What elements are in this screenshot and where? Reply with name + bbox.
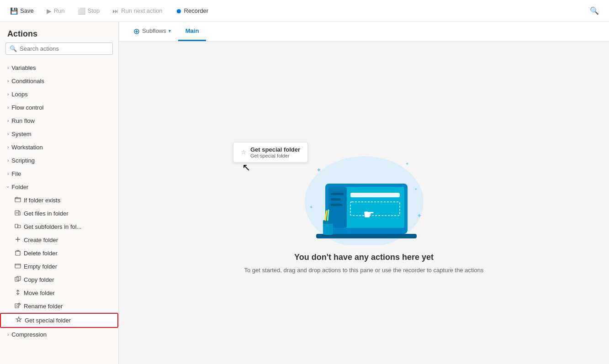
sidebar-label-run-flow: Run flow xyxy=(11,117,35,124)
sidebar-label-system: System xyxy=(11,131,31,137)
save-button[interactable]: 💾 Save xyxy=(5,5,38,17)
svg-text:✦: ✦ xyxy=(316,166,322,174)
chevron-file-icon: › xyxy=(7,171,9,176)
sidebar-item-flow-control[interactable]: › Flow control xyxy=(0,101,118,114)
sidebar-item-conditionals[interactable]: › Conditionals xyxy=(0,74,118,88)
sidebar-child-get-subfolders[interactable]: Get subfolders in fol... xyxy=(0,220,118,233)
stop-icon: ⬜ xyxy=(78,7,85,15)
empty-state-description: To get started, drag and drop actions to… xyxy=(244,266,484,275)
run-next-label: Run next action xyxy=(121,7,162,14)
sidebar-child-get-special-folder[interactable]: Get special folder xyxy=(0,313,118,328)
svg-rect-21 xyxy=(331,193,344,195)
chevron-workstation-icon: › xyxy=(7,145,9,150)
save-icon: 💾 xyxy=(10,7,18,15)
sidebar-item-run-flow[interactable]: › Run flow xyxy=(0,114,118,127)
sidebar-label-conditionals: Conditionals xyxy=(11,78,44,84)
canvas: ☆ Get special folder Get special folder … xyxy=(119,42,609,364)
svg-rect-29 xyxy=(323,220,333,224)
sidebar-child-label-delete-folder: Delete folder xyxy=(24,250,58,257)
sidebar-title: Actions xyxy=(0,22,118,42)
sidebar-label-compression: Compression xyxy=(11,331,47,338)
run-next-button[interactable]: ⏭ Run next action xyxy=(108,5,167,17)
svg-text:✦: ✦ xyxy=(405,161,409,166)
sidebar-child-empty-folder[interactable]: Empty folder xyxy=(0,260,118,273)
empty-state-illustration: ✦ ✦ ✦ ✦ ✦ xyxy=(296,149,433,245)
sidebar-child-label-copy-folder: Copy folder xyxy=(24,276,54,283)
sidebar-child-label-get-subfolders: Get subfolders in fol... xyxy=(24,223,81,230)
sidebar-item-variables[interactable]: › Variables xyxy=(0,61,118,74)
sidebar-child-rename-folder[interactable]: Rename folder xyxy=(0,300,118,313)
recorder-label: Recorder xyxy=(184,7,208,14)
sidebar-child-label-move-folder: Move folder xyxy=(24,290,55,296)
svg-line-31 xyxy=(328,210,328,220)
svg-text:✦: ✦ xyxy=(309,205,313,210)
sidebar-child-create-folder[interactable]: Create folder xyxy=(0,233,118,247)
folder-children: If folder exists Get files in folder Get… xyxy=(0,194,118,328)
svg-text:☛: ☛ xyxy=(363,207,375,222)
chevron-variables-icon: › xyxy=(7,65,9,70)
chevron-loops-icon: › xyxy=(7,92,9,97)
sidebar-child-label-rename-folder: Rename folder xyxy=(24,303,63,310)
search-input[interactable] xyxy=(20,45,109,52)
svg-rect-23 xyxy=(331,204,342,206)
sidebar-child-copy-folder[interactable]: Copy folder xyxy=(0,273,118,286)
delete-folder-icon xyxy=(15,249,21,257)
search-box: 🔍 xyxy=(5,42,113,55)
sidebar-child-delete-folder[interactable]: Delete folder xyxy=(0,247,118,260)
run-icon: ▶ xyxy=(47,7,52,15)
svg-text:✦: ✦ xyxy=(417,212,422,219)
sidebar-child-label-get-files: Get files in folder xyxy=(24,210,69,217)
sidebar-list: › Variables › Conditionals › Loops › Flo… xyxy=(0,59,118,364)
sidebar-child-label-create-folder: Create folder xyxy=(24,237,58,243)
sidebar-child-get-files-in-folder[interactable]: Get files in folder xyxy=(0,207,118,220)
sidebar-item-loops[interactable]: › Loops xyxy=(0,88,118,101)
tab-main-label: Main xyxy=(185,27,199,34)
copy-folder-icon xyxy=(15,276,21,284)
sidebar-child-if-folder-exists[interactable]: If folder exists xyxy=(0,194,118,207)
sidebar-item-system[interactable]: › System xyxy=(0,127,118,141)
tab-subflows[interactable]: Subflows ▾ xyxy=(126,22,178,42)
run-next-icon: ⏭ xyxy=(112,7,119,15)
svg-rect-2 xyxy=(15,224,18,228)
create-folder-icon xyxy=(15,236,21,244)
empty-state: ✦ ✦ ✦ ✦ ✦ xyxy=(244,149,484,275)
sidebar-item-folder[interactable]: › Folder xyxy=(0,180,118,194)
sidebar-child-label-if-folder-exists: If folder exists xyxy=(24,197,60,204)
sidebar-item-workstation[interactable]: › Workstation xyxy=(0,141,118,154)
chevron-scripting-icon: › xyxy=(7,158,9,163)
search-toolbar-button[interactable]: 🔍 xyxy=(585,4,604,17)
move-folder-icon xyxy=(15,289,21,297)
svg-rect-6 xyxy=(16,251,20,255)
sidebar-label-file: File xyxy=(11,170,21,177)
sidebar-item-file[interactable]: › File xyxy=(0,167,118,180)
sidebar-child-move-folder[interactable]: Move folder xyxy=(0,286,118,300)
chevron-run-flow-icon: › xyxy=(7,118,9,123)
empty-folder-icon xyxy=(15,263,21,270)
sidebar-item-compression[interactable]: › Compression xyxy=(0,328,118,341)
subflows-chevron-icon: ▾ xyxy=(169,28,171,33)
recorder-button[interactable]: ⏺ Recorder xyxy=(171,5,213,17)
sidebar: Actions 🔍 › Variables › Conditionals › L… xyxy=(0,22,119,364)
sidebar-label-variables: Variables xyxy=(11,64,36,71)
toolbar: 💾 Save ▶ Run ⬜ Stop ⏭ Run next action ⏺ … xyxy=(0,0,609,22)
stop-button[interactable]: ⬜ Stop xyxy=(73,5,105,17)
empty-state-heading: You don't have any actions here yet xyxy=(244,253,484,262)
svg-rect-3 xyxy=(18,225,21,228)
sidebar-label-loops: Loops xyxy=(11,91,27,98)
tab-main[interactable]: Main xyxy=(178,22,207,41)
run-button[interactable]: ▶ Run xyxy=(42,5,69,17)
get-special-folder-icon xyxy=(16,317,22,324)
subflows-icon xyxy=(133,27,140,35)
sidebar-item-scripting[interactable]: › Scripting xyxy=(0,154,118,167)
sidebar-label-flow-control: Flow control xyxy=(11,104,43,111)
stop-label: Stop xyxy=(88,7,100,14)
sidebar-label-scripting: Scripting xyxy=(11,157,35,164)
get-files-icon xyxy=(15,210,21,217)
tabs-bar: Subflows ▾ Main xyxy=(119,22,609,42)
get-subfolders-icon xyxy=(15,223,21,231)
sidebar-label-folder: Folder xyxy=(11,184,28,190)
main-area: Actions 🔍 › Variables › Conditionals › L… xyxy=(0,22,609,364)
svg-rect-24 xyxy=(350,193,400,197)
rename-folder-icon xyxy=(15,302,21,310)
chevron-flow-control-icon: › xyxy=(7,105,9,110)
